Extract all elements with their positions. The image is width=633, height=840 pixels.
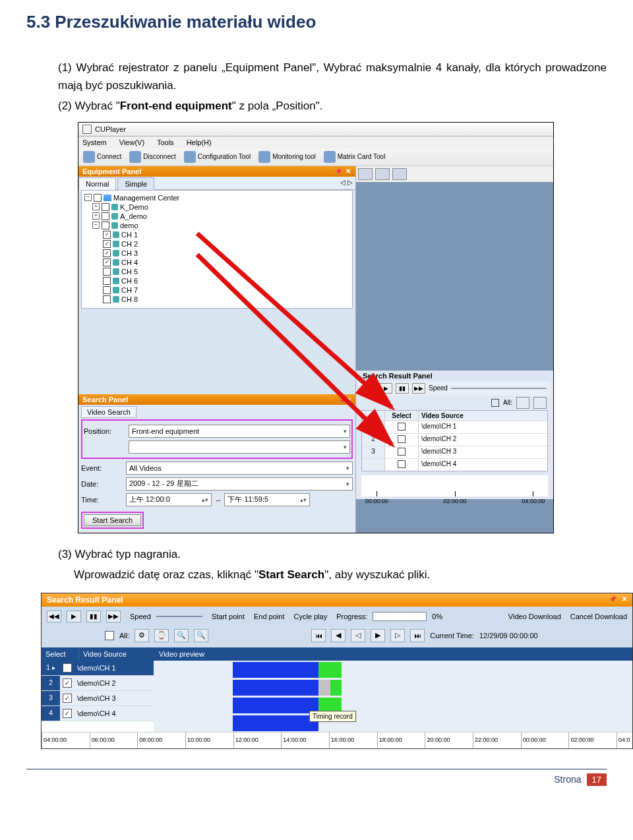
pause-button[interactable]: ▮▮	[86, 611, 101, 622]
table-row[interactable]: 1\demo\CH 1	[362, 421, 547, 433]
zoom-out-icon[interactable]: 🔍	[194, 629, 208, 642]
menu-tools[interactable]: Tools	[157, 138, 174, 146]
table-row[interactable]: 4\demo\CH 4	[42, 706, 154, 721]
tab-normal[interactable]: Normal	[78, 177, 116, 190]
preview-grid[interactable]: Timing record	[154, 661, 632, 732]
table-row[interactable]: 3\demo\CH 3	[42, 691, 154, 706]
checkbox[interactable]	[103, 286, 111, 294]
checkbox[interactable]	[103, 277, 111, 285]
pin-icon[interactable]: 📌	[338, 396, 346, 404]
all-checkbox[interactable]	[491, 399, 499, 407]
record-bar[interactable]	[233, 680, 318, 696]
record-bar[interactable]	[233, 715, 318, 731]
menu-system[interactable]: System	[82, 138, 107, 146]
nav-prev-icon[interactable]: ◀	[331, 629, 346, 642]
tool-icon[interactable]: ⚙	[135, 629, 149, 642]
all-checkbox[interactable]	[105, 631, 114, 640]
checkbox[interactable]	[398, 448, 406, 456]
menu-help[interactable]: Help(H)	[187, 138, 212, 146]
record-bar[interactable]	[318, 662, 342, 678]
sr2-timeline[interactable]: 04:00:00 06:00:00 08:00:00 10:00:00 12:0…	[42, 732, 632, 748]
expander-icon[interactable]: −	[92, 222, 100, 229]
checkbox[interactable]	[103, 231, 111, 239]
tool-icon[interactable]	[516, 397, 529, 409]
config-button[interactable]: Configuration Tool	[182, 150, 253, 164]
tab-simple[interactable]: Simple	[117, 177, 154, 190]
date-select[interactable]: 2009 - 12 - 29 星期二▾	[126, 477, 353, 491]
tool-icon[interactable]	[533, 397, 547, 409]
tree-channel[interactable]: CH 2	[121, 240, 138, 248]
expander-icon[interactable]: −	[84, 194, 92, 201]
nav-back-icon[interactable]: ◁	[351, 629, 365, 642]
table-row[interactable]: 2\demo\CH 2	[362, 433, 547, 446]
table-row[interactable]: \demo\CH 4	[362, 458, 547, 471]
tree-root[interactable]: Management Center	[113, 194, 179, 202]
video-download-button[interactable]: Video Download	[508, 613, 561, 620]
checkbox[interactable]	[63, 663, 72, 673]
tree-channel[interactable]: CH 1	[121, 231, 138, 239]
expander-icon[interactable]: +	[92, 203, 100, 210]
monitor-button[interactable]: Monitoring tool	[256, 150, 318, 164]
table-row[interactable]: 2\demo\CH 2	[42, 676, 154, 691]
forward-button[interactable]: ▶▶	[412, 383, 425, 394]
tree-channel[interactable]: CH 5	[121, 268, 138, 276]
record-bar[interactable]	[233, 698, 318, 713]
layout-icon[interactable]	[392, 168, 407, 180]
nav-next-icon[interactable]: ▷	[390, 629, 405, 642]
checkbox[interactable]	[398, 460, 406, 468]
tree-channel[interactable]: CH 6	[121, 277, 138, 285]
record-bar[interactable]	[233, 662, 318, 678]
close-icon[interactable]: ✕	[345, 168, 351, 175]
checkbox[interactable]	[103, 295, 111, 303]
forward-button[interactable]: ▶▶	[106, 611, 121, 622]
record-bar[interactable]	[318, 680, 330, 696]
time-from-input[interactable]: 上午 12:00:0▴▾	[126, 493, 212, 506]
checkbox[interactable]	[63, 694, 72, 703]
tab-arrows[interactable]: ◁ ▷	[338, 177, 355, 189]
play-button[interactable]: ▶	[67, 611, 81, 622]
menu-view[interactable]: View(V)	[119, 138, 144, 146]
position-select[interactable]: Front-end equipment▾	[129, 425, 350, 438]
zoom-in-icon[interactable]: 🔍	[174, 629, 189, 642]
close-icon[interactable]: ✕	[622, 595, 627, 605]
tree-channel[interactable]: CH 4	[121, 258, 138, 266]
nav-last-icon[interactable]: ⏭	[410, 629, 425, 642]
checkbox[interactable]	[102, 222, 109, 229]
record-bar[interactable]	[330, 680, 342, 696]
rewind-button[interactable]: ◀◀	[363, 383, 376, 394]
pause-button[interactable]: ▮▮	[396, 383, 409, 394]
tool-icon[interactable]: ⌚	[154, 629, 169, 642]
tree-channel[interactable]: CH 7	[121, 286, 138, 294]
table-row[interactable]: 3\demo\CH 3	[362, 446, 547, 458]
connect-button[interactable]: Connect	[81, 150, 123, 164]
close-icon[interactable]: ✕	[346, 396, 351, 404]
tree-item[interactable]: demo	[120, 222, 138, 229]
checkbox[interactable]	[398, 423, 406, 431]
play-button[interactable]: ▶	[379, 383, 392, 394]
speed-slider[interactable]	[156, 616, 202, 617]
layout-icon[interactable]	[358, 168, 373, 180]
nav-play-icon[interactable]: ▶	[371, 629, 385, 642]
speed-slider[interactable]	[451, 388, 547, 389]
tree-channel[interactable]: CH 8	[121, 295, 138, 303]
tree-channel[interactable]: CH 3	[121, 249, 138, 257]
pin-icon[interactable]: 📌	[609, 595, 617, 605]
checkbox[interactable]	[94, 194, 102, 202]
disconnect-button[interactable]: Disconnect	[127, 150, 177, 164]
tree-item[interactable]: K_Demo	[120, 203, 148, 211]
checkbox[interactable]	[103, 249, 111, 257]
checkbox[interactable]	[102, 212, 109, 220]
matrix-button[interactable]: Matrix Card Tool	[322, 150, 388, 164]
tree-item[interactable]: A_demo	[120, 212, 147, 220]
layout-icon[interactable]	[375, 168, 390, 180]
table-row[interactable]: 1 ▸\demo\CH 1	[42, 661, 154, 676]
tab-video-search[interactable]: Video Search	[81, 406, 136, 418]
timeline[interactable]: 00:00:00 02:00:00 04:00:00	[361, 475, 548, 496]
checkbox[interactable]	[63, 709, 72, 718]
rewind-button[interactable]: ◀◀	[47, 611, 61, 622]
pin-icon[interactable]: 📌	[334, 168, 341, 175]
checkbox[interactable]	[398, 435, 406, 443]
cancel-download-button[interactable]: Cancel Download	[570, 613, 627, 620]
checkbox[interactable]	[103, 258, 111, 266]
time-to-input[interactable]: 下午 11:59:5▴▾	[224, 493, 310, 506]
